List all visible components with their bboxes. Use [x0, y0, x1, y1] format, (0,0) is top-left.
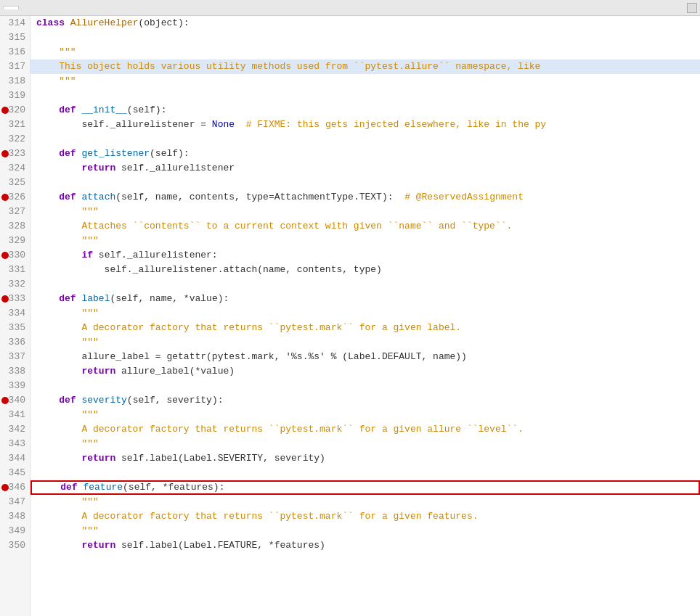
line-number-325: 325	[0, 176, 30, 190]
line-number-340: 340	[0, 393, 30, 408]
code-line-340: def severity(self, severity):	[30, 393, 700, 408]
window-controls	[687, 3, 697, 13]
line-number-348: 348	[0, 509, 30, 524]
line-number-350: 350	[0, 538, 30, 553]
code-line-324: return self._allurelistener	[30, 161, 700, 176]
line-number-318: 318	[0, 74, 30, 89]
line-number-329: 329	[0, 234, 30, 248]
code-line-323: def get_listener(self):	[30, 147, 700, 161]
line-number-337: 337	[0, 350, 30, 364]
line-number-314: 314	[0, 16, 30, 30]
line-number-339: 339	[0, 379, 30, 393]
code-line-327: """	[30, 205, 700, 219]
line-number-320: 320	[0, 103, 30, 118]
code-area[interactable]: class AllureHelper(object): """ This obj…	[30, 16, 700, 616]
line-number-321: 321	[0, 118, 30, 132]
code-line-350: return self.label(Label.FEATURE, *featur…	[30, 538, 700, 553]
code-line-339	[30, 379, 700, 393]
line-number-319: 319	[0, 89, 30, 103]
line-number-349: 349	[0, 524, 30, 538]
code-line-322	[30, 132, 700, 147]
code-line-338: return allure_label(*value)	[30, 364, 700, 379]
line-number-343: 343	[0, 437, 30, 451]
code-line-325	[30, 176, 700, 190]
line-number-330: 330	[0, 248, 30, 263]
code-line-316: """	[30, 45, 700, 59]
line-number-332: 332	[0, 277, 30, 292]
line-number-346: 346	[0, 480, 30, 495]
code-line-337: allure_label = getattr(pytest.mark, '%s.…	[30, 350, 700, 364]
editor-container: 3143153163173183193203213223233243253263…	[0, 16, 700, 616]
code-line-318: """	[30, 74, 700, 89]
line-number-333: 333	[0, 292, 30, 306]
code-line-317: This object holds various utility method…	[30, 59, 700, 74]
line-number-345: 345	[0, 466, 30, 480]
code-line-344: return self.label(Label.SEVERITY, severi…	[30, 451, 700, 466]
code-line-332	[30, 277, 700, 292]
line-number-315: 315	[0, 30, 30, 45]
code-line-328: Attaches ``contents`` to a current conte…	[30, 219, 700, 234]
line-number-342: 342	[0, 422, 30, 437]
code-line-320: def __init__(self):	[30, 103, 700, 118]
line-number-335: 335	[0, 321, 30, 335]
line-number-336: 336	[0, 335, 30, 350]
code-line-335: A decorator factory that returns ``pytes…	[30, 321, 700, 335]
line-number-327: 327	[0, 205, 30, 219]
line-number-338: 338	[0, 364, 30, 379]
line-number-322: 322	[0, 132, 30, 147]
code-line-315	[30, 30, 700, 45]
code-line-334: """	[30, 306, 700, 321]
line-number-341: 341	[0, 408, 30, 422]
line-number-317: 317	[0, 59, 30, 74]
line-number-347: 347	[0, 495, 30, 509]
line-number-344: 344	[0, 451, 30, 466]
line-number-334: 334	[0, 306, 30, 321]
file-tab[interactable]	[3, 6, 19, 9]
code-line-330: if self._allurelistener:	[30, 248, 700, 263]
title-bar	[0, 0, 700, 16]
code-line-346: def feature(self, *features):	[30, 480, 700, 495]
line-number-331: 331	[0, 263, 30, 277]
line-number-326: 326	[0, 190, 30, 205]
code-line-326: def attach(self, name, contents, type=At…	[30, 190, 700, 205]
line-number-328: 328	[0, 219, 30, 234]
line-number-323: 323	[0, 147, 30, 161]
code-line-348: A decorator factory that returns ``pytes…	[30, 509, 700, 524]
code-line-342: A decorator factory that returns ``pytes…	[30, 422, 700, 437]
restore-button[interactable]	[687, 3, 697, 13]
code-line-347: """	[30, 495, 700, 509]
code-line-349: """	[30, 524, 700, 538]
line-number-324: 324	[0, 161, 30, 176]
line-numbers: 3143153163173183193203213223233243253263…	[0, 16, 30, 616]
code-line-329: """	[30, 234, 700, 248]
code-line-319	[30, 89, 700, 103]
code-line-314: class AllureHelper(object):	[30, 16, 700, 30]
code-line-343: """	[30, 437, 700, 451]
code-line-321: self._allurelistener = None # FIXME: thi…	[30, 118, 700, 132]
line-number-316: 316	[0, 45, 30, 59]
code-line-345	[30, 466, 700, 480]
code-line-336: """	[30, 335, 700, 350]
code-line-331: self._allurelistener.attach(name, conten…	[30, 263, 700, 277]
code-line-341: """	[30, 408, 700, 422]
code-line-333: def label(self, name, *value):	[30, 292, 700, 306]
